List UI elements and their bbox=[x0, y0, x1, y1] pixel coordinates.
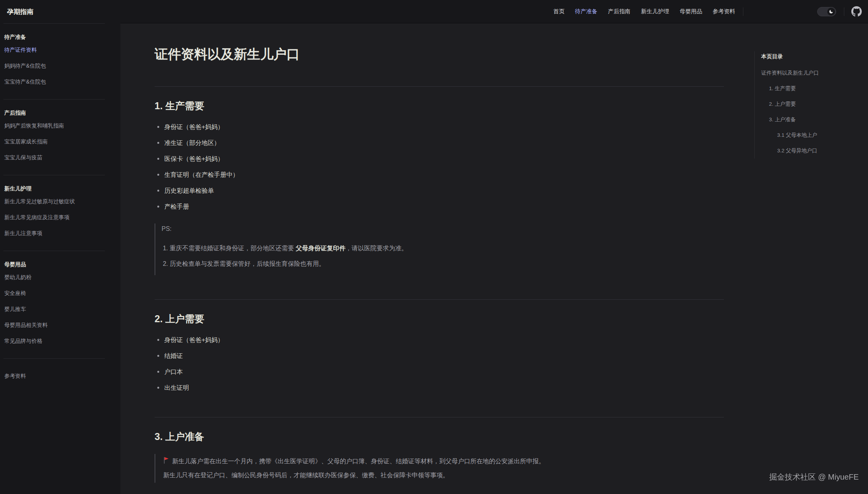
toc-item[interactable]: 3.2 父母异地户口 bbox=[761, 143, 868, 159]
sidebar-item[interactable]: 参考资料 bbox=[3, 368, 105, 384]
sidebar: 孕期指南 待产准备待产证件资料妈妈待产&住院包宝宝待产&住院包产后指南妈妈产后恢… bbox=[0, 0, 120, 494]
doc-sections: 1. 生产需要身份证（爸爸+妈妈）准生证（部分地区）医保卡（爸爸+妈妈）生育证明… bbox=[155, 86, 724, 494]
toggle-knob bbox=[827, 8, 835, 16]
note-item: 历史检查单与发票需要保管好，后续报生育保险也有用。 bbox=[170, 259, 724, 269]
top-navbar: 首页待产准备产后指南新生儿护理母婴用品参考资料 bbox=[120, 0, 868, 23]
sidebar-item[interactable]: 宝宝居家成长指南 bbox=[3, 134, 105, 150]
bullet-item: 准生证（部分地区） bbox=[155, 138, 724, 148]
nav-item-首页[interactable]: 首页 bbox=[553, 8, 565, 15]
note-text: 父母身份证复印件 bbox=[296, 245, 345, 251]
bullet-item: 身份证（爸爸+妈妈） bbox=[155, 335, 724, 345]
page: 证件资料以及新生儿户口 1. 生产需要身份证（爸爸+妈妈）准生证（部分地区）医保… bbox=[120, 23, 868, 494]
sidebar-item[interactable]: 新生儿常见病症及注意事项 bbox=[3, 209, 105, 225]
sidebar-item[interactable]: 待产证件资料 bbox=[3, 42, 105, 58]
sidebar-groups: 待产准备待产证件资料妈妈待产&住院包宝宝待产&住院包产后指南妈妈产后恢复和哺乳指… bbox=[0, 23, 120, 393]
section-heading: 1. 生产需要 bbox=[155, 99, 724, 112]
callout-text: 新生儿落户需在出生一个月内，携带《出生医学证明》、父母的户口簿、身份证、结婚证等… bbox=[163, 455, 724, 482]
content-section-1: 1. 生产需要身份证（爸爸+妈妈）准生证（部分地区）医保卡（爸爸+妈妈）生育证明… bbox=[155, 86, 724, 275]
sidebar-item[interactable]: 常见品牌与价格 bbox=[3, 333, 105, 349]
bullet-item: 身份证（爸爸+妈妈） bbox=[155, 122, 724, 132]
sidebar-group-title: 待产准备 bbox=[3, 33, 105, 41]
toc-item[interactable]: 2. 上户需要 bbox=[761, 96, 868, 112]
note-text: 历史检查单与发票需要保管好，后续报生育保险也有用。 bbox=[170, 260, 325, 267]
bullet-item: 结婚证 bbox=[155, 351, 724, 361]
site-title[interactable]: 孕期指南 bbox=[7, 7, 33, 16]
theme-toggle[interactable] bbox=[817, 7, 836, 16]
content-section-3: 3. 上户准备新生儿落户需在出生一个月内，携带《出生医学证明》、父母的户口簿、身… bbox=[155, 417, 724, 494]
bullet-item: 户口本 bbox=[155, 367, 724, 377]
sidebar-item[interactable]: 妈妈待产&住院包 bbox=[3, 58, 105, 74]
content-section-2: 2. 上户需要身份证（爸爸+妈妈）结婚证户口本出生证明 bbox=[155, 299, 724, 393]
nav-divider bbox=[844, 7, 844, 16]
sidebar-item[interactable]: 新生儿常见过敏原与过敏症状 bbox=[3, 194, 105, 209]
toc-item[interactable]: 3.1 父母本地上户 bbox=[761, 127, 868, 143]
sidebar-group-4: 参考资料 bbox=[3, 358, 105, 393]
sidebar-group-title: 母婴用品 bbox=[3, 260, 105, 268]
sidebar-item[interactable]: 新生儿注意事项 bbox=[3, 225, 105, 241]
sidebar-item[interactable]: 婴幼儿奶粉 bbox=[3, 269, 105, 285]
nav-item-待产准备[interactable]: 待产准备 bbox=[575, 8, 598, 15]
sidebar-group-3: 母婴用品婴幼儿奶粉安全座椅婴儿推车母婴用品相关资料常见品牌与价格 bbox=[3, 251, 105, 358]
page-title: 证件资料以及新生儿户口 bbox=[155, 46, 724, 62]
nav-item-参考资料[interactable]: 参考资料 bbox=[713, 8, 735, 15]
main-column: 首页待产准备产后指南新生儿护理母婴用品参考资料 证件资料以及新生儿户口 1. 生… bbox=[120, 0, 868, 494]
sidebar-item[interactable]: 宝宝儿保与疫苗 bbox=[3, 150, 105, 166]
ps-note: PS:重庆不需要结婚证和身份证，部分地区还需要 父母身份证复印件，请以医院要求为… bbox=[155, 223, 724, 275]
toc-links: 证件资料以及新生儿户口1. 生产需要2. 上户需要3. 上户准备3.1 父母本地… bbox=[761, 65, 868, 159]
bullet-item: 出生证明 bbox=[155, 383, 724, 393]
moon-icon bbox=[829, 9, 833, 14]
sidebar-group-0: 待产准备待产证件资料妈妈待产&住院包宝宝待产&住院包 bbox=[3, 23, 105, 99]
nav-item-母婴用品[interactable]: 母婴用品 bbox=[680, 8, 702, 15]
nav-item-新生儿护理[interactable]: 新生儿护理 bbox=[641, 8, 670, 15]
sidebar-group-2: 新生儿护理新生儿常见过敏原与过敏症状新生儿常见病症及注意事项新生儿注意事项 bbox=[3, 175, 105, 251]
bullet-item: 历史彩超单检验单 bbox=[155, 186, 724, 196]
toc-aside: 本页目录 证件资料以及新生儿户口1. 生产需要2. 上户需要3. 上户准备3.1… bbox=[754, 23, 868, 159]
bullet-item: 生育证明（在产检手册中） bbox=[155, 170, 724, 180]
note-list: 重庆不需要结婚证和身份证，部分地区还需要 父母身份证复印件，请以医院要求为准。历… bbox=[162, 243, 724, 269]
flag-callout: 新生儿落户需在出生一个月内，携带《出生医学证明》、父母的户口簿、身份证、结婚证等… bbox=[155, 454, 724, 483]
toc-item[interactable]: 证件资料以及新生儿户口 bbox=[761, 65, 868, 81]
toc-title: 本页目录 bbox=[761, 51, 868, 61]
toc-item[interactable]: 3. 上户准备 bbox=[761, 112, 868, 127]
sidebar-item[interactable]: 安全座椅 bbox=[3, 285, 105, 301]
sidebar-header: 孕期指南 bbox=[0, 0, 120, 23]
watermark: 掘金技术社区 @ MiyueFE bbox=[769, 472, 859, 482]
github-icon bbox=[851, 6, 862, 17]
sidebar-item[interactable]: 宝宝待产&住院包 bbox=[3, 74, 105, 90]
toc-container: 本页目录 证件资料以及新生儿户口1. 生产需要2. 上户需要3. 上户准备3.1… bbox=[754, 51, 868, 159]
bullet-item: 医保卡（爸爸+妈妈） bbox=[155, 154, 724, 164]
bullet-item: 产检手册 bbox=[155, 202, 724, 212]
sidebar-item[interactable]: 妈妈产后恢复和哺乳指南 bbox=[3, 118, 105, 134]
sidebar-group-title: 新生儿护理 bbox=[3, 185, 105, 192]
github-link[interactable] bbox=[851, 6, 862, 17]
flag-icon bbox=[163, 456, 169, 469]
note-text: 重庆不需要结婚证和身份证，部分地区还需要 bbox=[170, 245, 296, 251]
nav-links: 首页待产准备产后指南新生儿护理母婴用品参考资料 bbox=[543, 8, 736, 15]
doc-article: 证件资料以及新生儿户口 1. 生产需要身份证（爸爸+妈妈）准生证（部分地区）医保… bbox=[155, 23, 724, 494]
nav-divider bbox=[743, 7, 743, 16]
sidebar-item[interactable]: 母婴用品相关资料 bbox=[3, 317, 105, 333]
note-text: ，请以医院要求为准。 bbox=[345, 245, 407, 251]
section-heading: 3. 上户准备 bbox=[155, 430, 724, 443]
note-item: 重庆不需要结婚证和身份证，部分地区还需要 父母身份证复印件，请以医院要求为准。 bbox=[170, 243, 724, 253]
sidebar-group-1: 产后指南妈妈产后恢复和哺乳指南宝宝居家成长指南宝宝儿保与疫苗 bbox=[3, 99, 105, 175]
sidebar-group-title: 产后指南 bbox=[3, 109, 105, 117]
sidebar-item[interactable]: 婴儿推车 bbox=[3, 301, 105, 317]
note-label: PS: bbox=[162, 224, 724, 234]
section-heading: 2. 上户需要 bbox=[155, 312, 724, 325]
bullet-list: 身份证（爸爸+妈妈）结婚证户口本出生证明 bbox=[155, 335, 724, 393]
bullet-list: 身份证（爸爸+妈妈）准生证（部分地区）医保卡（爸爸+妈妈）生育证明（在产检手册中… bbox=[155, 122, 724, 212]
nav-item-产后指南[interactable]: 产后指南 bbox=[608, 8, 631, 15]
toc-item[interactable]: 1. 生产需要 bbox=[761, 81, 868, 96]
